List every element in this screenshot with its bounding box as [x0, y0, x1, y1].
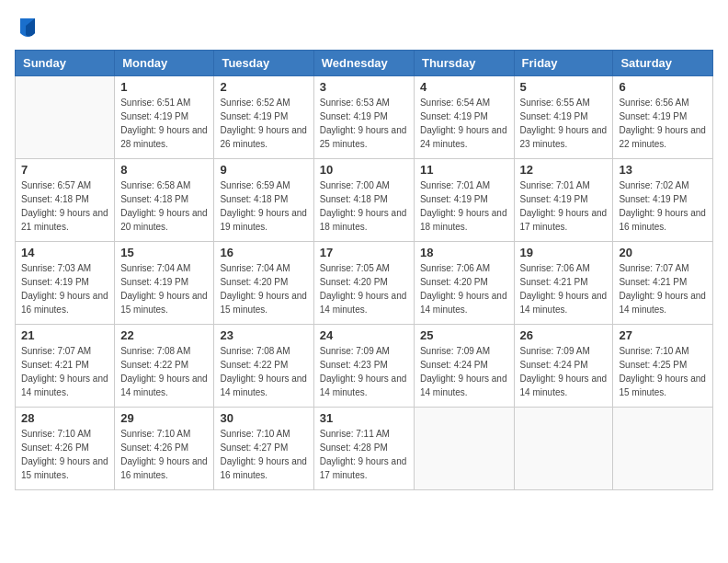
day-number: 13 [619, 163, 707, 177]
col-header-sunday: Sunday [16, 51, 115, 76]
sunrise-label: Sunrise: 6:59 AM [220, 180, 290, 190]
calendar-cell: 20Sunrise: 7:07 AMSunset: 4:21 PMDayligh… [613, 242, 713, 325]
sunrise-label: Sunrise: 7:05 AM [320, 263, 390, 273]
day-info: Sunrise: 7:03 AMSunset: 4:19 PMDaylight:… [21, 261, 108, 316]
daylight-label: Daylight: 9 hours and 14 minutes. [320, 373, 407, 397]
daylight-label: Daylight: 9 hours and 26 minutes. [220, 125, 307, 149]
calendar-cell [514, 408, 613, 490]
sunrise-label: Sunrise: 7:03 AM [21, 263, 91, 273]
calendar-cell: 18Sunrise: 7:06 AMSunset: 4:20 PMDayligh… [414, 242, 514, 325]
daylight-label: Daylight: 9 hours and 23 minutes. [520, 125, 608, 149]
sunset-label: Sunset: 4:22 PM [120, 360, 188, 370]
sunset-label: Sunset: 4:19 PM [21, 277, 89, 287]
daylight-label: Daylight: 9 hours and 18 minutes. [320, 208, 407, 232]
sunset-label: Sunset: 4:19 PM [120, 277, 188, 287]
day-number: 15 [120, 246, 208, 259]
day-info: Sunrise: 7:01 AMSunset: 4:19 PMDaylight:… [420, 178, 508, 234]
day-number: 9 [220, 163, 307, 177]
sunrise-label: Sunrise: 6:55 AM [520, 98, 590, 108]
day-number: 19 [520, 246, 608, 259]
calendar-cell: 30Sunrise: 7:10 AMSunset: 4:27 PMDayligh… [214, 408, 313, 490]
sunset-label: Sunset: 4:19 PM [220, 111, 288, 121]
day-info: Sunrise: 7:06 AMSunset: 4:20 PMDaylight:… [420, 261, 508, 316]
calendar-cell: 11Sunrise: 7:01 AMSunset: 4:19 PMDayligh… [414, 159, 514, 242]
calendar-cell: 15Sunrise: 7:04 AMSunset: 4:19 PMDayligh… [115, 242, 214, 325]
sunset-label: Sunset: 4:23 PM [320, 360, 388, 370]
day-info: Sunrise: 7:07 AMSunset: 4:21 PMDaylight:… [21, 344, 108, 399]
daylight-label: Daylight: 9 hours and 16 minutes. [220, 456, 307, 480]
sunrise-label: Sunrise: 7:01 AM [520, 180, 590, 190]
sunrise-label: Sunrise: 7:10 AM [619, 346, 688, 356]
daylight-label: Daylight: 9 hours and 15 minutes. [120, 291, 208, 315]
day-info: Sunrise: 6:54 AMSunset: 4:19 PMDaylight:… [420, 96, 508, 151]
calendar-cell: 27Sunrise: 7:10 AMSunset: 4:25 PMDayligh… [613, 325, 713, 408]
day-number: 2 [220, 80, 307, 94]
sunset-label: Sunset: 4:24 PM [420, 360, 488, 370]
day-number: 20 [619, 246, 707, 259]
week-row-5: 28Sunrise: 7:10 AMSunset: 4:26 PMDayligh… [16, 408, 713, 490]
sunset-label: Sunset: 4:21 PM [520, 277, 588, 287]
sunset-label: Sunset: 4:19 PM [420, 111, 488, 121]
week-row-1: 1Sunrise: 6:51 AMSunset: 4:19 PMDaylight… [16, 76, 713, 159]
sunrise-label: Sunrise: 7:00 AM [320, 180, 390, 190]
daylight-label: Daylight: 9 hours and 17 minutes. [320, 456, 407, 480]
daylight-label: Daylight: 9 hours and 16 minutes. [120, 456, 208, 480]
calendar-cell [414, 408, 514, 490]
sunset-label: Sunset: 4:18 PM [220, 194, 288, 204]
sunset-label: Sunset: 4:22 PM [220, 360, 288, 370]
day-number: 23 [220, 328, 307, 342]
day-number: 12 [520, 163, 608, 177]
sunrise-label: Sunrise: 6:57 AM [21, 180, 91, 190]
calendar-cell: 5Sunrise: 6:55 AMSunset: 4:19 PMDaylight… [514, 76, 613, 159]
calendar-cell: 12Sunrise: 7:01 AMSunset: 4:19 PMDayligh… [514, 159, 613, 242]
calendar-cell: 23Sunrise: 7:08 AMSunset: 4:22 PMDayligh… [214, 325, 313, 408]
daylight-label: Daylight: 9 hours and 15 minutes. [220, 291, 307, 315]
calendar-cell: 7Sunrise: 6:57 AMSunset: 4:18 PMDaylight… [16, 159, 115, 242]
sunrise-label: Sunrise: 7:10 AM [21, 429, 91, 439]
calendar-header-row: SundayMondayTuesdayWednesdayThursdayFrid… [16, 51, 713, 76]
sunset-label: Sunset: 4:24 PM [520, 360, 588, 370]
daylight-label: Daylight: 9 hours and 18 minutes. [420, 208, 507, 232]
sunset-label: Sunset: 4:20 PM [420, 277, 488, 287]
sunset-label: Sunset: 4:20 PM [220, 277, 288, 287]
sunset-label: Sunset: 4:18 PM [320, 194, 388, 204]
sunrise-label: Sunrise: 7:10 AM [120, 429, 190, 439]
day-number: 24 [320, 328, 408, 342]
day-info: Sunrise: 6:55 AMSunset: 4:19 PMDaylight:… [520, 96, 608, 151]
daylight-label: Daylight: 9 hours and 17 minutes. [520, 208, 608, 232]
daylight-label: Daylight: 9 hours and 24 minutes. [420, 125, 507, 149]
day-info: Sunrise: 7:08 AMSunset: 4:22 PMDaylight:… [220, 344, 307, 399]
sunset-label: Sunset: 4:20 PM [320, 277, 388, 287]
daylight-label: Daylight: 9 hours and 19 minutes. [220, 208, 307, 232]
sunset-label: Sunset: 4:27 PM [220, 442, 288, 453]
sunset-label: Sunset: 4:19 PM [619, 111, 687, 121]
sunrise-label: Sunrise: 6:53 AM [320, 98, 390, 108]
sunrise-label: Sunrise: 7:04 AM [220, 263, 290, 273]
day-info: Sunrise: 7:02 AMSunset: 4:19 PMDaylight:… [619, 178, 707, 234]
sunrise-label: Sunrise: 7:09 AM [420, 346, 490, 356]
day-number: 17 [320, 246, 408, 259]
daylight-label: Daylight: 9 hours and 28 minutes. [120, 125, 208, 149]
daylight-label: Daylight: 9 hours and 14 minutes. [619, 291, 706, 315]
day-info: Sunrise: 7:00 AMSunset: 4:18 PMDaylight:… [320, 178, 408, 234]
sunset-label: Sunset: 4:19 PM [520, 194, 588, 204]
calendar-cell: 29Sunrise: 7:10 AMSunset: 4:26 PMDayligh… [115, 408, 214, 490]
day-info: Sunrise: 6:56 AMSunset: 4:19 PMDaylight:… [619, 96, 707, 151]
sunset-label: Sunset: 4:28 PM [320, 442, 388, 453]
calendar-cell: 26Sunrise: 7:09 AMSunset: 4:24 PMDayligh… [514, 325, 613, 408]
daylight-label: Daylight: 9 hours and 22 minutes. [619, 125, 706, 149]
calendar-cell: 6Sunrise: 6:56 AMSunset: 4:19 PMDaylight… [613, 76, 713, 159]
day-info: Sunrise: 7:09 AMSunset: 4:23 PMDaylight:… [320, 344, 408, 399]
day-number: 3 [320, 80, 408, 94]
day-number: 31 [320, 411, 408, 425]
day-number: 11 [420, 163, 508, 177]
week-row-2: 7Sunrise: 6:57 AMSunset: 4:18 PMDaylight… [16, 159, 713, 242]
sunset-label: Sunset: 4:19 PM [420, 194, 488, 204]
sunrise-label: Sunrise: 6:56 AM [619, 98, 688, 108]
daylight-label: Daylight: 9 hours and 21 minutes. [21, 208, 108, 232]
day-info: Sunrise: 7:10 AMSunset: 4:26 PMDaylight:… [120, 427, 208, 482]
daylight-label: Daylight: 9 hours and 20 minutes. [120, 208, 208, 232]
day-number: 25 [420, 328, 508, 342]
day-info: Sunrise: 6:52 AMSunset: 4:19 PMDaylight:… [220, 96, 307, 151]
sunrise-label: Sunrise: 7:04 AM [120, 263, 190, 273]
